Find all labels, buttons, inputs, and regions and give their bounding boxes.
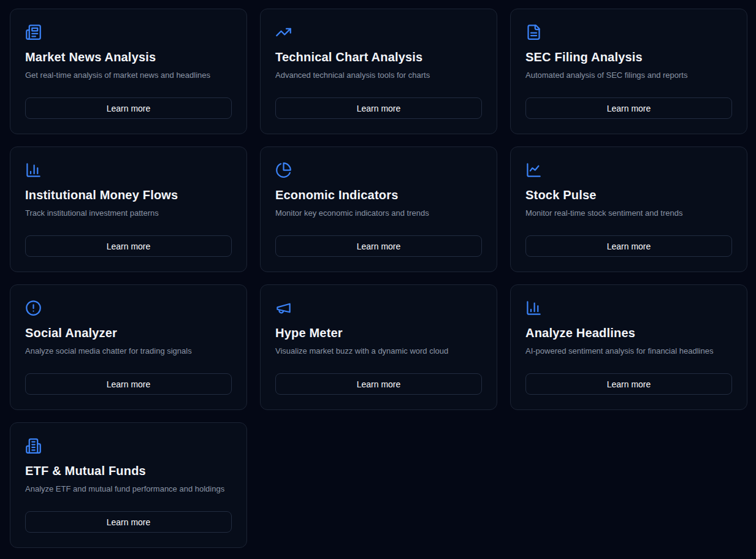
card-title: Social Analyzer	[25, 325, 232, 340]
feature-card-stock-pulse: Stock Pulse Monitor real-time stock sent…	[510, 146, 747, 272]
bar-chart-icon	[525, 300, 542, 316]
megaphone-icon	[275, 300, 292, 316]
feature-card-etf-mutual-funds: ETF & Mutual Funds Analyze ETF and mutua…	[10, 422, 247, 548]
learn-more-button[interactable]: Learn more	[25, 235, 232, 257]
card-description: Monitor real-time stock sentiment and tr…	[525, 208, 732, 219]
newspaper-icon	[25, 24, 42, 40]
learn-more-button[interactable]: Learn more	[25, 511, 232, 533]
feature-card-analyze-headlines: Analyze Headlines AI-powered sentiment a…	[510, 284, 747, 410]
feature-card-economic-indicators: Economic Indicators Monitor key economic…	[260, 146, 497, 272]
bar-chart-icon	[25, 162, 42, 178]
card-title: Economic Indicators	[275, 188, 482, 202]
learn-more-button[interactable]: Learn more	[275, 235, 482, 257]
card-description: Monitor key economic indicators and tren…	[275, 208, 482, 219]
feature-card-technical-chart-analysis: Technical Chart Analysis Advanced techni…	[260, 9, 497, 134]
feature-card-grid: Market News Analysis Get real-time analy…	[10, 9, 747, 548]
learn-more-button[interactable]: Learn more	[525, 235, 732, 257]
features-page: Market News Analysis Get real-time analy…	[0, 0, 756, 559]
card-description: AI-powered sentiment analysis for financ…	[525, 346, 732, 357]
card-title: SEC Filing Analysis	[525, 50, 732, 64]
card-title: Hype Meter	[275, 325, 482, 340]
card-title: Stock Pulse	[525, 188, 732, 202]
feature-card-social-analyzer: Social Analyzer Analyze social media cha…	[10, 284, 247, 410]
learn-more-button[interactable]: Learn more	[25, 97, 232, 119]
feature-card-institutional-money-flows: Institutional Money Flows Track institut…	[10, 146, 247, 272]
feature-card-sec-filing-analysis: SEC Filing Analysis Automated analysis o…	[510, 9, 747, 134]
learn-more-button[interactable]: Learn more	[25, 373, 232, 395]
card-title: Technical Chart Analysis	[275, 50, 482, 64]
pie-chart-icon	[275, 162, 292, 178]
line-chart-icon	[525, 162, 542, 178]
file-text-icon	[525, 24, 542, 40]
card-description: Analyze social media chatter for trading…	[25, 346, 232, 357]
card-title: Market News Analysis	[25, 50, 232, 64]
card-title: Institutional Money Flows	[25, 188, 232, 202]
feature-card-market-news-analysis: Market News Analysis Get real-time analy…	[10, 9, 247, 134]
learn-more-button[interactable]: Learn more	[525, 97, 732, 119]
alert-circle-icon	[25, 300, 42, 316]
learn-more-button[interactable]: Learn more	[275, 97, 482, 119]
card-title: ETF & Mutual Funds	[25, 463, 232, 478]
feature-card-hype-meter: Hype Meter Visualize market buzz with a …	[260, 284, 497, 410]
card-description: Analyze ETF and mutual fund performance …	[25, 484, 232, 495]
learn-more-button[interactable]: Learn more	[525, 373, 732, 395]
building-icon	[25, 438, 42, 454]
card-description: Advanced technical analysis tools for ch…	[275, 70, 482, 81]
card-description: Track institutional investment patterns	[25, 208, 232, 219]
learn-more-button[interactable]: Learn more	[275, 373, 482, 395]
card-description: Get real-time analysis of market news an…	[25, 70, 232, 81]
card-description: Automated analysis of SEC filings and re…	[525, 70, 732, 81]
trending-up-icon	[275, 24, 292, 40]
card-title: Analyze Headlines	[525, 325, 732, 340]
card-description: Visualize market buzz with a dynamic wor…	[275, 346, 482, 357]
